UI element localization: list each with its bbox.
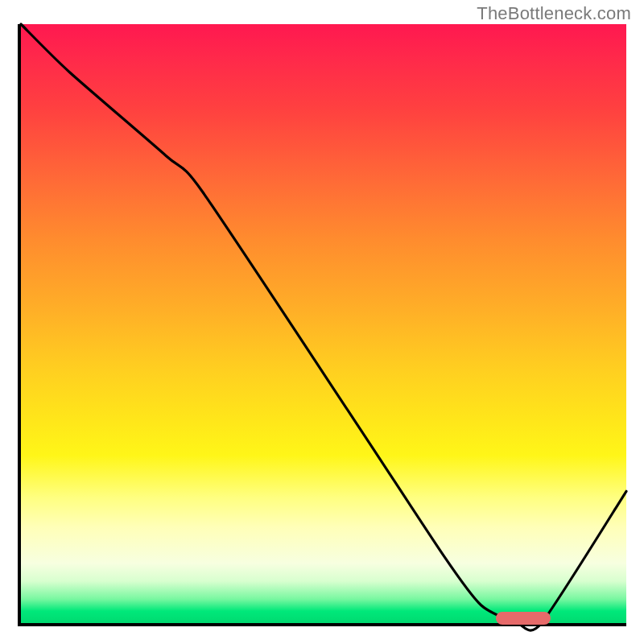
optimal-marker (496, 612, 551, 625)
bottleneck-curve (21, 24, 626, 623)
plot-area (18, 24, 626, 626)
watermark-text: TheBottleneck.com (477, 3, 631, 24)
